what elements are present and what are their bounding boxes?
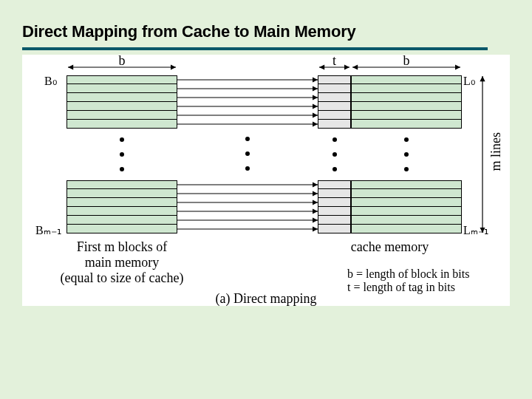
block-row <box>318 75 351 84</box>
label-b-left: b <box>66 53 177 69</box>
label-Bm1: Bₘ₋₁ <box>35 223 65 237</box>
label-b-right: b <box>351 53 462 69</box>
main-memory-stack <box>66 75 177 233</box>
block-row <box>66 225 177 233</box>
block-row <box>351 216 462 225</box>
caption-main-line3: (equal to size of cache) <box>61 270 184 285</box>
ellipsis-dots <box>318 129 351 180</box>
block-row <box>318 180 351 189</box>
block-row <box>351 111 462 120</box>
block-row <box>318 216 351 225</box>
block-row <box>318 189 351 198</box>
svg-point-6 <box>245 137 250 141</box>
label-L0: L₀ <box>463 74 484 88</box>
block-row <box>351 84 462 93</box>
legend-b: b = length of block in bits <box>347 267 469 280</box>
caption-main-line2: main memory <box>85 255 159 270</box>
block-row <box>351 120 462 129</box>
caption-main-line1: First m blocks of <box>77 239 168 254</box>
legend-text: b = length of block in bits t = length o… <box>347 267 517 294</box>
block-row <box>351 198 462 207</box>
block-row <box>351 93 462 102</box>
cache-tag-stack <box>318 75 351 233</box>
svg-point-7 <box>245 151 250 156</box>
block-row <box>66 111 177 120</box>
svg-point-8 <box>245 166 250 171</box>
legend-t: t = length of tag in bits <box>347 281 455 293</box>
caption-cache-memory: cache memory <box>310 239 469 255</box>
ellipsis-dots <box>351 129 462 180</box>
block-row <box>351 207 462 216</box>
label-m-lines: m lines <box>488 132 504 171</box>
label-B0: B₀ <box>44 74 65 88</box>
block-row <box>318 198 351 207</box>
block-row <box>351 75 462 84</box>
ellipsis-dots <box>66 129 177 180</box>
block-row <box>318 120 351 129</box>
block-row <box>66 84 177 93</box>
label-Lm1: Lₘ₋₁ <box>463 223 493 237</box>
block-row <box>351 180 462 189</box>
block-row <box>318 102 351 111</box>
block-row <box>66 216 177 225</box>
label-t: t <box>318 53 351 69</box>
block-row <box>318 93 351 102</box>
page-title: Direct Mapping from Cache to Main Memory <box>22 22 488 50</box>
block-row <box>66 93 177 102</box>
block-row <box>66 207 177 216</box>
block-row <box>351 225 462 233</box>
caption-mapping: (a) Direct mapping <box>155 291 377 307</box>
block-row <box>66 189 177 198</box>
block-row <box>66 102 177 111</box>
cache-data-stack <box>351 75 462 233</box>
caption-main-memory: First m blocks of main memory (equal to … <box>44 239 200 286</box>
block-row <box>318 207 351 216</box>
block-row <box>66 180 177 189</box>
block-row <box>66 198 177 207</box>
block-row <box>66 75 177 84</box>
block-row <box>66 120 177 129</box>
block-row <box>351 189 462 198</box>
block-row <box>318 84 351 93</box>
diagram-panel: b t b B₀ Bₘ₋₁ L₀ Lₘ₋₁ m lines First m bl… <box>22 55 510 306</box>
block-row <box>318 111 351 120</box>
block-row <box>318 225 351 233</box>
block-row <box>351 102 462 111</box>
